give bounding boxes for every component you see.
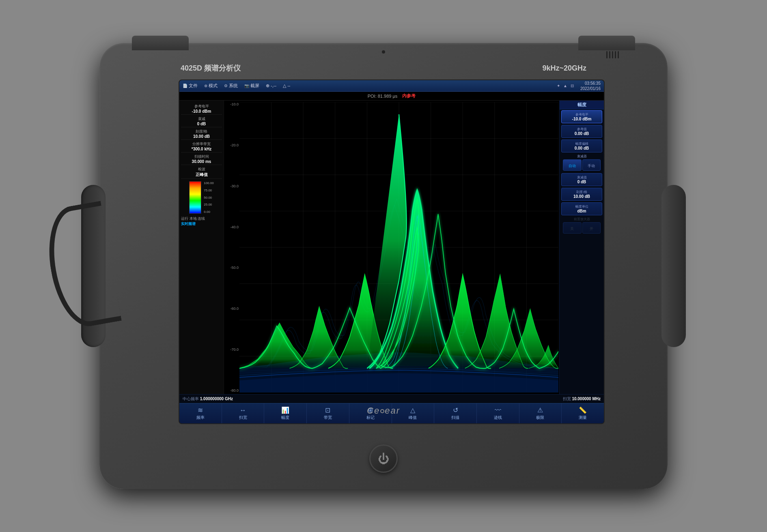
grill-line — [612, 51, 613, 58]
center-freq-label: 中心频率 — [183, 397, 199, 401]
menu-file-label: 文件 — [189, 83, 198, 89]
main-screen: 📄 文件 ⊕ 模式 ⚙ 系统 📷 截屏 ⊕ -,-- △ -- — [179, 79, 605, 424]
clock-time: 03:56:35 — [580, 81, 601, 86]
toolbar-sweep-btn[interactable]: ↺ 扫描 — [434, 403, 477, 423]
ref-value-btn[interactable]: 参考值 0.00 dB — [561, 125, 602, 138]
measure-label: 测量 — [579, 415, 587, 420]
toolbar-bw-btn[interactable]: ⊡ 带宽 — [307, 403, 349, 423]
realtime-label: 实时频谱 — [181, 221, 222, 227]
status-text: 运行 本地 连续 — [181, 216, 222, 221]
amp-unit-btn[interactable]: 幅度单位 dBm — [561, 202, 602, 215]
y-axis: -10.0 -20.0 -30.0 -40.0 -50.0 -60.0 -70.… — [224, 101, 239, 394]
status-icons: ✦ ▲ ⊟ — [557, 84, 574, 88]
spectrum-display: -10.0 -20.0 -30.0 -40.0 -50.0 -60.0 -70.… — [224, 101, 559, 394]
detector-block: 检波 正峰值 — [181, 166, 222, 179]
grill-line — [615, 51, 616, 58]
amp-unit-label: 幅度单位 — [563, 204, 601, 209]
atten-value-label: 衰减值 — [563, 175, 601, 180]
atten-value-val: 0 dB — [563, 180, 601, 184]
attenuator-manual-btn[interactable]: 手动 — [582, 159, 601, 171]
ref-level-value: -10.0 dBm — [181, 109, 222, 114]
toolbar-amp-btn[interactable]: 📊 幅度 — [264, 403, 307, 423]
wifi-icon: ▲ — [563, 84, 567, 88]
bw-icon: ⊡ — [325, 406, 330, 414]
color-labels: 100.00 75.00 50.00 25.00 0.00 — [204, 181, 213, 214]
menu-misc2[interactable]: △ -- — [283, 83, 290, 88]
attenuation-value: 0 dB — [181, 122, 222, 126]
color-25: 25.00 — [204, 203, 213, 206]
ref-level-btn-label: 参考电平 — [563, 112, 601, 117]
strap — [41, 201, 122, 331]
freq-bar: 中心频率 1.000000000 GHz 扫宽 10.000000 MHz — [179, 394, 604, 403]
trace-label: 迹线 — [494, 415, 502, 420]
toolbar-trace-btn[interactable]: 〰 迹线 — [477, 403, 519, 423]
power-button[interactable]: ⏻ — [369, 444, 398, 473]
bluetooth-icon: ✦ — [557, 84, 560, 88]
sweep-icon: ↺ — [453, 406, 458, 414]
file-icon: 📄 — [183, 84, 187, 88]
menu-screenshot[interactable]: 📷 截屏 — [244, 83, 259, 89]
system-icon: ⚙ — [224, 84, 228, 88]
toolbar-freq-btn[interactable]: ≋ 频率 — [179, 403, 222, 423]
menu-mode-label: 模式 — [209, 83, 218, 89]
attenuator-label: 衰减器 — [561, 154, 602, 159]
toolbar-measure-btn[interactable]: 📏 测量 — [562, 403, 604, 423]
y-label-8: -80.0 — [225, 388, 239, 393]
attenuation-block: 衰减 0 dB — [181, 116, 222, 127]
y-label-3: -30.0 — [225, 184, 239, 188]
preamp-on-btn[interactable]: 开 — [582, 222, 601, 234]
menu-mode[interactable]: ⊕ 模式 — [204, 83, 218, 89]
atten-value-btn[interactable]: 衰减值 0 dB — [561, 173, 602, 186]
bw-label: 带宽 — [324, 415, 332, 420]
amp-offset-label: 幅度偏移 — [563, 142, 601, 146]
trace-icon: 〰 — [495, 407, 501, 414]
grill-line — [606, 51, 608, 58]
rbw-label: 分辨率带宽 — [181, 142, 222, 147]
clock-date: 2022/01/16 — [580, 86, 601, 91]
attenuator-auto-btn[interactable]: 自动 — [563, 159, 582, 171]
menu-system-label: 系统 — [229, 83, 238, 89]
poi-bar: POI: 81.989 μs 内参考 — [179, 92, 604, 101]
menu-file[interactable]: 📄 文件 — [183, 83, 198, 89]
ref-level-block: 参考电平 -10.0 dBm — [181, 103, 222, 115]
sweep-toolbar-label: 扫描 — [451, 415, 459, 420]
ref-level-btn[interactable]: 参考电平 -10.0 dBm — [561, 110, 602, 123]
amp-unit-val: dBm — [563, 209, 601, 213]
ref-value-label: 参考值 — [563, 127, 601, 131]
scale-div-btn[interactable]: 刻度/格 10.00 dB — [561, 188, 602, 201]
center-freq-group: 中心频率 1.000000000 GHz — [183, 396, 233, 402]
y-label-4: -40.0 — [225, 225, 239, 229]
color-bar — [189, 181, 201, 214]
toolbar-span-btn[interactable]: ↔ 扫宽 — [222, 403, 265, 423]
color-min: 0.00 — [204, 210, 213, 214]
peak-icon: △ — [410, 406, 415, 414]
device-body: 4025D 频谱分析仪 9kHz~20GHz 📄 文件 ⊕ 模式 ⚙ 系统 📷 … — [99, 43, 668, 489]
power-icon: ⏻ — [378, 452, 389, 466]
chart-area — [239, 102, 558, 393]
amp-offset-btn[interactable]: 幅度偏移 0.00 dB — [561, 139, 602, 152]
preamp-off-btn[interactable]: 关 — [563, 222, 582, 234]
toolbar-limit-btn[interactable]: ⚠ 极限 — [519, 403, 562, 423]
detector-label: 检波 — [181, 167, 222, 172]
scale-label: 刻度/格 — [181, 129, 222, 134]
top-right-handle — [578, 36, 635, 50]
screenshot-icon: 📷 — [244, 84, 249, 88]
battery-icon: ⊟ — [571, 84, 574, 88]
grill-line — [618, 51, 619, 58]
menu-misc1[interactable]: ⊕ -,-- — [266, 83, 276, 88]
attenuator-row: 自动 手动 — [563, 159, 601, 171]
amp-offset-val: 0.00 dB — [563, 146, 601, 150]
logo-text: Ceear — [367, 405, 400, 416]
menu-system[interactable]: ⚙ 系统 — [224, 83, 238, 89]
y-label-7: -70.0 — [225, 348, 239, 352]
color-max: 100.00 — [204, 181, 213, 185]
preamp-off-label: 关 — [570, 227, 574, 231]
menu-misc2-label: △ -- — [283, 83, 290, 88]
y-label-2: -20.0 — [225, 143, 239, 147]
freq-icon: ≋ — [198, 406, 203, 414]
mode-icon: ⊕ — [204, 84, 207, 88]
attenuation-label: 衰减 — [181, 116, 222, 122]
span-icon: ↔ — [240, 407, 246, 414]
scale-div-val: 10.00 dB — [563, 194, 601, 199]
poi-ref-label: 内参考 — [402, 93, 416, 99]
